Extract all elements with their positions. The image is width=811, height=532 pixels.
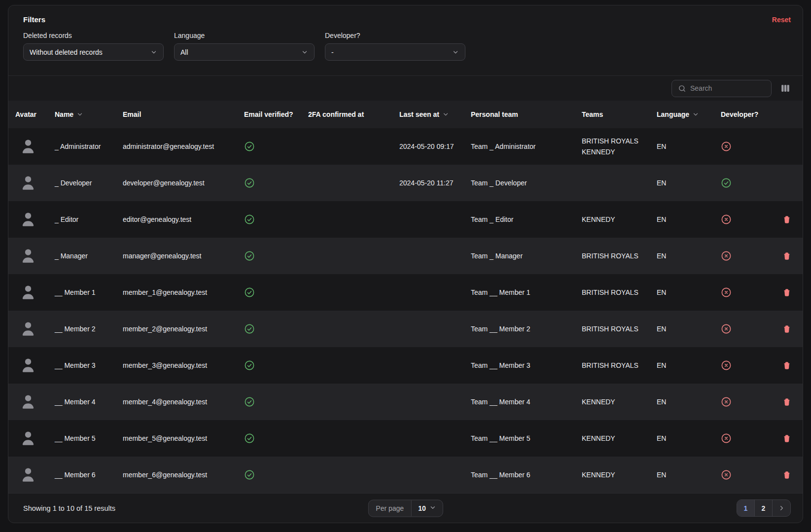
row-actions-cell (775, 324, 791, 333)
table-toolbar (8, 76, 803, 101)
user-avatar-icon (18, 209, 55, 230)
per-page-select[interactable]: 10 (412, 500, 443, 516)
x-circle-icon (721, 469, 775, 480)
table-row[interactable]: __ Member 1member_1@genealogy.testTeam _… (8, 274, 803, 311)
check-circle-icon (244, 433, 308, 444)
column-header-name[interactable]: Name (55, 110, 123, 118)
search-input[interactable] (690, 84, 765, 92)
pagination-page-2[interactable]: 2 (755, 500, 773, 516)
column-header-label: Language (657, 110, 689, 118)
table-row[interactable]: __ Member 6member_6@genealogy.testTeam _… (8, 457, 803, 493)
language-cell: EN (657, 434, 721, 442)
teams-cell: KENNEDY (582, 434, 657, 443)
user-name: __ Member 2 (55, 325, 123, 333)
pagination: 12 (737, 499, 791, 517)
user-name: __ Member 6 (55, 471, 123, 479)
pagination-page-1[interactable]: 1 (737, 500, 755, 516)
sort-chevron-icon (76, 111, 83, 118)
chevron-right-icon (778, 504, 785, 512)
x-circle-icon (721, 433, 775, 444)
delete-button[interactable] (783, 288, 791, 297)
team-name: KENNEDY (582, 397, 657, 407)
table-row[interactable]: __ Member 3member_3@genealogy.testTeam _… (8, 347, 803, 384)
delete-button[interactable] (783, 251, 791, 260)
team-name: BRITISH ROYALS (582, 324, 657, 334)
email-verified-cell (244, 287, 308, 298)
filter-select-value: All (180, 48, 188, 56)
column-header-label: Email (123, 110, 141, 118)
filter-label: Developer? (325, 32, 465, 39)
column-header-language[interactable]: Language (657, 110, 721, 118)
table-footer: Showing 1 to 10 of 15 results Per page 1… (8, 493, 803, 523)
row-actions-cell (775, 251, 791, 260)
user-email: editor@genealogy.test (123, 215, 244, 223)
column-header-personal-team: Personal team (471, 110, 582, 118)
filter-select-deleted-records[interactable]: Without deleted records (23, 43, 164, 61)
personal-team: Team _ Developer (471, 179, 582, 187)
user-avatar-icon (18, 246, 55, 266)
table-row[interactable]: __ Member 5member_5@genealogy.testTeam _… (8, 420, 803, 457)
users-table-card: Filters Reset Deleted recordsWithout del… (8, 5, 803, 523)
per-page-value: 10 (418, 504, 426, 512)
check-circle-icon (244, 469, 308, 480)
personal-team: Team _ Manager (471, 252, 582, 260)
sort-chevron-icon (442, 111, 449, 118)
delete-button[interactable] (783, 397, 791, 406)
filter-select-value: Without deleted records (30, 48, 103, 56)
table-row[interactable]: _ Managermanager@genealogy.testTeam _ Ma… (8, 238, 803, 274)
email-verified-cell (244, 141, 308, 152)
column-header-teams: Teams (582, 110, 657, 118)
user-avatar-icon (18, 428, 55, 449)
team-name: BRITISH ROYALS (582, 288, 657, 297)
user-name: __ Member 5 (55, 434, 123, 442)
per-page-control: Per page 10 (368, 499, 443, 517)
filters-reset-button[interactable]: Reset (772, 16, 791, 24)
user-avatar-icon (18, 282, 55, 303)
delete-button[interactable] (783, 215, 791, 224)
developer-status-cell (721, 214, 775, 225)
filter-select-language[interactable]: All (174, 43, 315, 61)
x-circle-icon (721, 287, 775, 298)
delete-button[interactable] (783, 470, 791, 479)
delete-button[interactable] (783, 361, 791, 370)
developer-status-cell (721, 323, 775, 334)
delete-button[interactable] (783, 434, 791, 443)
column-toggle-button[interactable] (780, 83, 791, 94)
column-header-label: Teams (582, 110, 603, 118)
language-cell: EN (657, 215, 721, 223)
filter-label: Deleted records (23, 32, 164, 39)
email-verified-cell (244, 323, 308, 334)
search-box[interactable] (671, 80, 772, 97)
filter-field-deleted-records: Deleted recordsWithout deleted records (23, 32, 164, 61)
column-header-last-seen-at[interactable]: Last seen at (399, 110, 471, 118)
teams-cell: KENNEDY (582, 470, 657, 480)
teams-cell: BRITISH ROYALS (582, 288, 657, 297)
table-row[interactable]: __ Member 4member_4@genealogy.testTeam _… (8, 384, 803, 420)
column-header-label: Name (55, 110, 73, 118)
table-row[interactable]: _ Editoreditor@genealogy.testTeam _ Edit… (8, 201, 803, 238)
row-actions-cell (775, 470, 791, 479)
teams-cell: BRITISH ROYALS (582, 361, 657, 370)
language-cell: EN (657, 252, 721, 260)
x-circle-icon (721, 214, 775, 225)
developer-status-cell (721, 396, 775, 407)
trash-icon (783, 471, 791, 479)
developer-status-cell (721, 433, 775, 444)
delete-button[interactable] (783, 324, 791, 333)
personal-team: Team __ Member 4 (471, 398, 582, 406)
table-row[interactable]: _ Developerdeveloper@genealogy.test2024-… (8, 165, 803, 201)
user-avatar-icon (18, 173, 55, 193)
user-email: developer@genealogy.test (123, 179, 244, 187)
user-email: member_1@genealogy.test (123, 288, 244, 296)
personal-team: Team __ Member 2 (471, 325, 582, 333)
pagination-next-button[interactable] (773, 500, 790, 516)
avatar-cell (15, 136, 55, 157)
table-row[interactable]: __ Member 2member_2@genealogy.testTeam _… (8, 311, 803, 347)
language-cell: EN (657, 361, 721, 369)
table-row[interactable]: _ Administratoradministrator@genealogy.t… (8, 128, 803, 165)
trash-icon (783, 252, 791, 260)
filter-select-developer[interactable]: - (325, 43, 465, 61)
language-cell: EN (657, 142, 721, 150)
table-body: _ Administratoradministrator@genealogy.t… (8, 128, 803, 493)
user-name: __ Member 3 (55, 361, 123, 369)
